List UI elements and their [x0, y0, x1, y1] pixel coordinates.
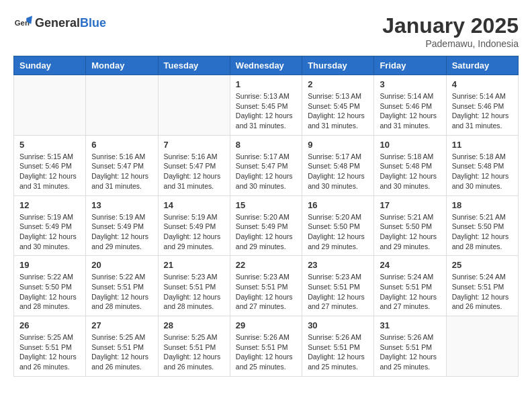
- calendar-cell: 29Sunrise: 5:26 AMSunset: 5:51 PMDayligh…: [230, 316, 302, 377]
- day-info: Sunrise: 5:22 AMSunset: 5:50 PMDaylight:…: [19, 272, 80, 312]
- day-number: 31: [380, 320, 440, 330]
- day-number: 12: [19, 200, 80, 210]
- calendar-cell: 1Sunrise: 5:13 AMSunset: 5:45 PMDaylight…: [230, 75, 302, 136]
- calendar-cell: 23Sunrise: 5:23 AMSunset: 5:51 PMDayligh…: [302, 256, 374, 316]
- day-number: 8: [236, 140, 296, 150]
- day-number: 18: [452, 200, 513, 210]
- weekday-header: Saturday: [446, 56, 518, 75]
- logo-blue: Blue: [80, 16, 106, 30]
- day-number: 17: [380, 200, 440, 210]
- day-number: 22: [236, 260, 296, 270]
- calendar-cell: 6Sunrise: 5:16 AMSunset: 5:47 PMDaylight…: [86, 135, 158, 195]
- calendar-week-row: 12Sunrise: 5:19 AMSunset: 5:49 PMDayligh…: [14, 195, 519, 256]
- day-info: Sunrise: 5:23 AMSunset: 5:51 PMDaylight:…: [164, 272, 224, 312]
- calendar-cell: 19Sunrise: 5:22 AMSunset: 5:50 PMDayligh…: [14, 256, 86, 316]
- calendar-cell: 27Sunrise: 5:25 AMSunset: 5:51 PMDayligh…: [86, 316, 158, 377]
- day-info: Sunrise: 5:23 AMSunset: 5:51 PMDaylight:…: [236, 272, 296, 312]
- calendar-cell: 16Sunrise: 5:20 AMSunset: 5:50 PMDayligh…: [302, 195, 374, 256]
- day-number: 11: [452, 140, 513, 150]
- day-number: 6: [91, 140, 152, 150]
- weekday-header: Wednesday: [230, 56, 302, 75]
- calendar-cell: 8Sunrise: 5:17 AMSunset: 5:47 PMDaylight…: [230, 135, 302, 195]
- calendar-cell: 10Sunrise: 5:18 AMSunset: 5:48 PMDayligh…: [374, 135, 446, 195]
- day-number: 28: [164, 320, 224, 330]
- day-info: Sunrise: 5:14 AMSunset: 5:46 PMDaylight:…: [380, 91, 440, 131]
- day-info: Sunrise: 5:26 AMSunset: 5:51 PMDaylight:…: [380, 332, 440, 372]
- calendar-cell: 12Sunrise: 5:19 AMSunset: 5:49 PMDayligh…: [14, 195, 86, 256]
- day-number: 19: [19, 260, 80, 270]
- day-number: 30: [308, 320, 368, 330]
- calendar-cell: 30Sunrise: 5:26 AMSunset: 5:51 PMDayligh…: [302, 316, 374, 377]
- calendar-week-row: 5Sunrise: 5:15 AMSunset: 5:46 PMDaylight…: [14, 135, 519, 195]
- day-number: 3: [380, 79, 440, 89]
- day-info: Sunrise: 5:22 AMSunset: 5:51 PMDaylight:…: [91, 272, 152, 312]
- calendar-cell: 20Sunrise: 5:22 AMSunset: 5:51 PMDayligh…: [86, 256, 158, 316]
- calendar-cell: 14Sunrise: 5:19 AMSunset: 5:49 PMDayligh…: [158, 195, 230, 256]
- calendar-cell: 11Sunrise: 5:18 AMSunset: 5:48 PMDayligh…: [446, 135, 518, 195]
- day-info: Sunrise: 5:24 AMSunset: 5:51 PMDaylight:…: [380, 272, 440, 312]
- day-info: Sunrise: 5:20 AMSunset: 5:49 PMDaylight:…: [236, 212, 296, 252]
- calendar-cell: [14, 75, 86, 136]
- day-info: Sunrise: 5:25 AMSunset: 5:51 PMDaylight:…: [164, 332, 224, 372]
- calendar-table: SundayMondayTuesdayWednesdayThursdayFrid…: [13, 56, 519, 377]
- day-info: Sunrise: 5:20 AMSunset: 5:50 PMDaylight:…: [308, 212, 368, 252]
- day-info: Sunrise: 5:17 AMSunset: 5:48 PMDaylight:…: [308, 152, 368, 191]
- day-number: 1: [236, 79, 296, 89]
- calendar-cell: [86, 75, 158, 136]
- day-number: 15: [236, 200, 296, 210]
- title-block: January 2025 Pademawu, Indonesia: [382, 13, 519, 49]
- day-number: 24: [380, 260, 440, 270]
- calendar-header-row: SundayMondayTuesdayWednesdayThursdayFrid…: [14, 56, 519, 75]
- day-number: 4: [452, 79, 513, 89]
- month-title: January 2025: [382, 13, 519, 38]
- calendar-week-row: 19Sunrise: 5:22 AMSunset: 5:50 PMDayligh…: [14, 256, 519, 316]
- day-info: Sunrise: 5:18 AMSunset: 5:48 PMDaylight:…: [452, 152, 513, 191]
- day-info: Sunrise: 5:21 AMSunset: 5:50 PMDaylight:…: [380, 212, 440, 252]
- day-number: 26: [19, 320, 80, 330]
- calendar-cell: 15Sunrise: 5:20 AMSunset: 5:49 PMDayligh…: [230, 195, 302, 256]
- day-info: Sunrise: 5:23 AMSunset: 5:51 PMDaylight:…: [308, 272, 368, 312]
- day-number: 23: [308, 260, 368, 270]
- calendar-cell: 17Sunrise: 5:21 AMSunset: 5:50 PMDayligh…: [374, 195, 446, 256]
- day-number: 7: [164, 140, 224, 150]
- calendar-cell: 24Sunrise: 5:24 AMSunset: 5:51 PMDayligh…: [374, 256, 446, 316]
- day-info: Sunrise: 5:17 AMSunset: 5:47 PMDaylight:…: [236, 152, 296, 191]
- calendar-cell: 21Sunrise: 5:23 AMSunset: 5:51 PMDayligh…: [158, 256, 230, 316]
- weekday-header: Thursday: [302, 56, 374, 75]
- weekday-header: Tuesday: [158, 56, 230, 75]
- calendar-cell: 5Sunrise: 5:15 AMSunset: 5:46 PMDaylight…: [14, 135, 86, 195]
- calendar-cell: 26Sunrise: 5:25 AMSunset: 5:51 PMDayligh…: [14, 316, 86, 377]
- logo-general: General: [35, 16, 80, 30]
- location: Pademawu, Indonesia: [382, 38, 519, 49]
- calendar-cell: 28Sunrise: 5:25 AMSunset: 5:51 PMDayligh…: [158, 316, 230, 377]
- day-info: Sunrise: 5:25 AMSunset: 5:51 PMDaylight:…: [19, 332, 80, 372]
- day-number: 27: [91, 320, 152, 330]
- day-info: Sunrise: 5:24 AMSunset: 5:51 PMDaylight:…: [452, 272, 513, 312]
- day-info: Sunrise: 5:26 AMSunset: 5:51 PMDaylight:…: [236, 332, 296, 372]
- weekday-header: Monday: [86, 56, 158, 75]
- calendar-cell: 7Sunrise: 5:16 AMSunset: 5:47 PMDaylight…: [158, 135, 230, 195]
- calendar-cell: 13Sunrise: 5:19 AMSunset: 5:49 PMDayligh…: [86, 195, 158, 256]
- day-info: Sunrise: 5:13 AMSunset: 5:45 PMDaylight:…: [236, 91, 296, 131]
- calendar-cell: [446, 316, 518, 377]
- calendar-cell: 9Sunrise: 5:17 AMSunset: 5:48 PMDaylight…: [302, 135, 374, 195]
- day-info: Sunrise: 5:25 AMSunset: 5:51 PMDaylight:…: [91, 332, 152, 372]
- day-number: 9: [308, 140, 368, 150]
- day-info: Sunrise: 5:26 AMSunset: 5:51 PMDaylight:…: [308, 332, 368, 372]
- logo: Gen GeneralBlue: [13, 13, 106, 32]
- day-info: Sunrise: 5:15 AMSunset: 5:46 PMDaylight:…: [19, 152, 80, 191]
- calendar-cell: 31Sunrise: 5:26 AMSunset: 5:51 PMDayligh…: [374, 316, 446, 377]
- day-info: Sunrise: 5:18 AMSunset: 5:48 PMDaylight:…: [380, 152, 440, 191]
- calendar-cell: 22Sunrise: 5:23 AMSunset: 5:51 PMDayligh…: [230, 256, 302, 316]
- calendar-cell: 4Sunrise: 5:14 AMSunset: 5:46 PMDaylight…: [446, 75, 518, 136]
- calendar-cell: 18Sunrise: 5:21 AMSunset: 5:50 PMDayligh…: [446, 195, 518, 256]
- day-number: 21: [164, 260, 224, 270]
- day-info: Sunrise: 5:19 AMSunset: 5:49 PMDaylight:…: [164, 212, 224, 252]
- day-info: Sunrise: 5:19 AMSunset: 5:49 PMDaylight:…: [19, 212, 80, 252]
- day-info: Sunrise: 5:16 AMSunset: 5:47 PMDaylight:…: [91, 152, 152, 191]
- day-number: 16: [308, 200, 368, 210]
- calendar-week-row: 1Sunrise: 5:13 AMSunset: 5:45 PMDaylight…: [14, 75, 519, 136]
- calendar-week-row: 26Sunrise: 5:25 AMSunset: 5:51 PMDayligh…: [14, 316, 519, 377]
- day-number: 20: [91, 260, 152, 270]
- calendar-cell: [158, 75, 230, 136]
